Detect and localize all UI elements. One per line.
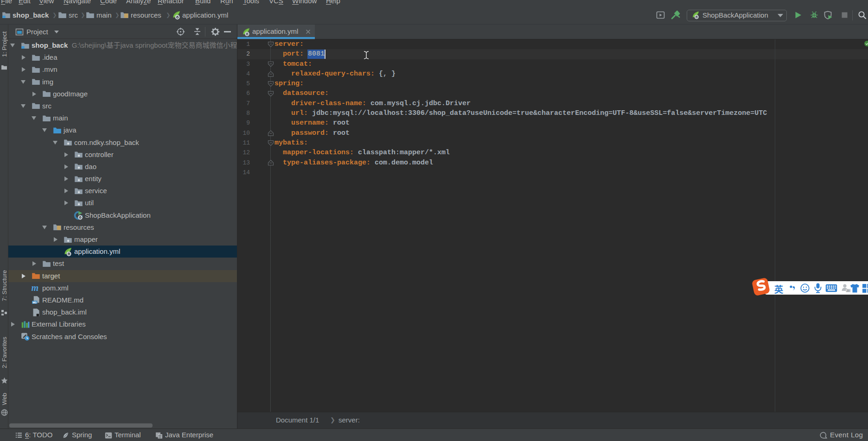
svg-text:MD: MD	[32, 301, 37, 304]
svg-text:m: m	[32, 284, 38, 292]
